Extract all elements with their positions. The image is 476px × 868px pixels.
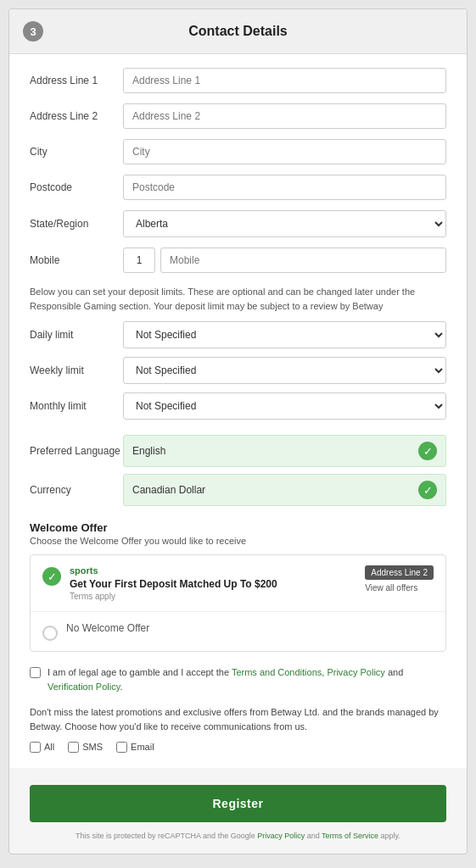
city-label: City bbox=[30, 146, 123, 158]
monthly-limit-row: Monthly limit Not Specified bbox=[30, 392, 446, 420]
sports-offer-title: Get Your First Deposit Matched Up To $20… bbox=[70, 578, 356, 590]
promo-text: Don't miss the latest promotions and exc… bbox=[30, 707, 439, 732]
verification-policy-link[interactable]: Verification Policy bbox=[48, 682, 120, 692]
page-container: 3 Contact Details Address Line 1 Address… bbox=[8, 8, 468, 854]
legal-age-checkbox[interactable] bbox=[30, 667, 41, 678]
language-label: Preferred Language bbox=[30, 445, 123, 457]
address-line1-input[interactable] bbox=[123, 68, 446, 93]
language-row: Preferred Language English ✓ bbox=[30, 435, 446, 467]
address-line2-label: Address Line 2 bbox=[30, 110, 123, 122]
currency-label: Currency bbox=[30, 484, 123, 496]
city-input[interactable] bbox=[123, 139, 446, 164]
postcode-input[interactable] bbox=[123, 175, 446, 200]
all-option[interactable]: All bbox=[30, 740, 54, 754]
sports-offer-terms: Terms apply bbox=[70, 592, 356, 601]
currency-text: Canadian Dollar bbox=[132, 484, 205, 496]
legal-check-row: I am of legal age to gamble and I accept… bbox=[30, 665, 446, 693]
daily-limit-label: Daily limit bbox=[30, 329, 123, 341]
all-checkbox[interactable] bbox=[30, 742, 41, 753]
step-badge: 3 bbox=[23, 21, 43, 42]
no-offer-item[interactable]: No Welcome Offer bbox=[31, 612, 445, 651]
footer-prefix: This site is protected by reCAPTCHA and … bbox=[76, 832, 257, 840]
monthly-limit-label: Monthly limit bbox=[30, 400, 123, 412]
state-row: State/Region Alberta bbox=[30, 210, 446, 237]
legal-prefix: I am of legal age to gamble and I accept… bbox=[48, 667, 232, 677]
mobile-number-input[interactable] bbox=[160, 248, 446, 273]
mobile-label: Mobile bbox=[30, 254, 123, 266]
sports-offer-radio[interactable]: ✓ bbox=[42, 567, 61, 586]
legal-and: and bbox=[385, 667, 403, 677]
email-option[interactable]: Email bbox=[116, 740, 154, 754]
weekly-limit-select[interactable]: Not Specified bbox=[123, 357, 446, 384]
mobile-input-group bbox=[123, 248, 446, 273]
mobile-code-input[interactable] bbox=[123, 248, 155, 273]
daily-limit-select[interactable]: Not Specified bbox=[123, 321, 446, 348]
no-offer-radio[interactable] bbox=[42, 626, 58, 641]
form-body: Address Line 1 Address Line 2 City Postc… bbox=[9, 54, 467, 768]
deposit-info: Below you can set your deposit limits. T… bbox=[30, 285, 446, 313]
no-offer-label: No Welcome Offer bbox=[66, 622, 149, 634]
welcome-section: Welcome Offer Choose the Welcome Offer y… bbox=[30, 521, 446, 652]
sports-offer-item[interactable]: ✓ sports Get Your First Deposit Matched … bbox=[31, 555, 445, 612]
email-checkbox[interactable] bbox=[116, 742, 127, 753]
language-value: English ✓ bbox=[123, 435, 446, 467]
weekly-limit-row: Weekly limit Not Specified bbox=[30, 357, 446, 384]
mobile-row: Mobile bbox=[30, 248, 446, 273]
welcome-title: Welcome Offer bbox=[30, 521, 446, 534]
state-select[interactable]: Alberta bbox=[123, 210, 446, 237]
sms-label: SMS bbox=[82, 740, 103, 754]
legal-text: I am of legal age to gamble and I accept… bbox=[48, 665, 446, 693]
daily-limit-row: Daily limit Not Specified bbox=[30, 321, 446, 348]
address-line1-row: Address Line 1 bbox=[30, 68, 446, 93]
sports-offer-tag: sports bbox=[70, 565, 356, 576]
footer-suffix: apply. bbox=[378, 832, 400, 840]
postcode-label: Postcode bbox=[30, 181, 123, 193]
address-line2-row: Address Line 2 bbox=[30, 103, 446, 129]
promo-section: Don't miss the latest promotions and exc… bbox=[30, 705, 446, 754]
footer: This site is protected by reCAPTCHA and … bbox=[9, 831, 467, 854]
page-title: Contact Details bbox=[53, 24, 423, 39]
preferences-section: Preferred Language English ✓ Currency Ca… bbox=[30, 435, 446, 506]
state-label: State/Region bbox=[30, 218, 123, 230]
comm-options: All SMS Email bbox=[30, 740, 446, 754]
language-text: English bbox=[132, 445, 165, 457]
language-check-icon: ✓ bbox=[418, 442, 437, 460]
address-line2-tooltip: Address Line 2 bbox=[365, 565, 434, 580]
city-row: City bbox=[30, 139, 446, 164]
all-label: All bbox=[44, 740, 54, 754]
privacy-policy-link[interactable]: Privacy Policy bbox=[327, 667, 384, 677]
welcome-subtitle: Choose the Welcome Offer you would like … bbox=[30, 536, 446, 546]
monthly-limit-select[interactable]: Not Specified bbox=[123, 392, 446, 420]
footer-and: and bbox=[305, 832, 322, 840]
header: 3 Contact Details bbox=[9, 9, 467, 54]
legal-section: I am of legal age to gamble and I accept… bbox=[30, 665, 446, 754]
footer-privacy-link[interactable]: Privacy Policy bbox=[257, 832, 305, 840]
terms-conditions-link[interactable]: Terms and Conditions bbox=[232, 667, 322, 677]
address-line2-input[interactable] bbox=[123, 103, 446, 129]
register-button[interactable]: Register bbox=[30, 785, 446, 822]
view-all-offers-link[interactable]: View all offers bbox=[365, 583, 417, 593]
sms-checkbox[interactable] bbox=[68, 742, 79, 753]
currency-row: Currency Canadian Dollar ✓ bbox=[30, 474, 446, 506]
postcode-row: Postcode bbox=[30, 175, 446, 200]
email-label: Email bbox=[131, 740, 154, 754]
weekly-limit-label: Weekly limit bbox=[30, 364, 123, 376]
currency-check-icon: ✓ bbox=[418, 481, 437, 499]
footer-terms-link[interactable]: Terms of Service bbox=[322, 832, 378, 840]
legal-suffix: . bbox=[120, 682, 122, 692]
sports-offer-content: sports Get Your First Deposit Matched Up… bbox=[70, 565, 356, 601]
address-line1-label: Address Line 1 bbox=[30, 75, 123, 86]
welcome-card: ✓ sports Get Your First Deposit Matched … bbox=[30, 554, 446, 652]
currency-value: Canadian Dollar ✓ bbox=[123, 474, 446, 506]
sms-option[interactable]: SMS bbox=[68, 740, 103, 754]
